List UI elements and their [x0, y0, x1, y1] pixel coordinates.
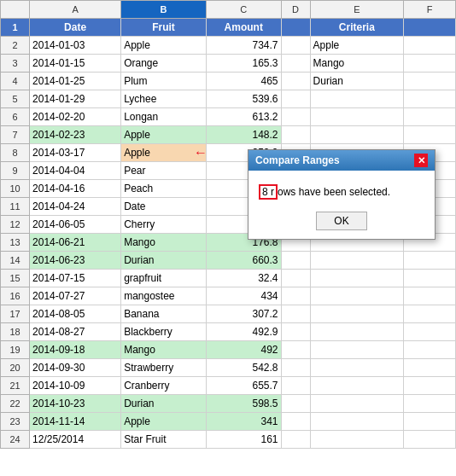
cell-criteria[interactable]: [310, 377, 404, 395]
cell-date[interactable]: 2014-07-15: [30, 270, 121, 287]
cell-date[interactable]: 2014-07-27: [30, 287, 121, 305]
cell-fruit[interactable]: Strawberry: [121, 359, 207, 377]
cell-date[interactable]: 2014-09-18: [30, 341, 121, 359]
table-row[interactable]: 2412/25/2014Star Fruit161: [1, 431, 456, 449]
cell-criteria[interactable]: [310, 395, 404, 413]
table-row[interactable]: 202014-09-30Strawberry542.8: [1, 359, 456, 377]
cell-fruit[interactable]: Apple: [121, 37, 207, 55]
cell-criteria[interactable]: Apple: [310, 37, 404, 55]
col-d-header[interactable]: D: [281, 1, 310, 19]
cell-fruit[interactable]: Peach: [121, 180, 207, 198]
cell-criteria[interactable]: Durian: [310, 73, 404, 90]
cell-date[interactable]: 2014-03-17: [30, 144, 121, 162]
table-row[interactable]: 52014-01-29Lychee539.6: [1, 90, 456, 108]
cell-fruit[interactable]: Longan: [121, 108, 207, 126]
table-row[interactable]: 162014-07-27mangostee434: [1, 287, 456, 305]
cell-fruit[interactable]: Durian: [121, 395, 207, 413]
table-row[interactable]: 152014-07-15grapfruit32.4: [1, 270, 456, 287]
cell-date[interactable]: 2014-08-05: [30, 305, 121, 323]
table-row[interactable]: 62014-02-20Longan613.2: [1, 108, 456, 126]
cell-date[interactable]: 2014-02-23: [30, 126, 121, 144]
cell-criteria[interactable]: [310, 359, 404, 377]
cell-amount[interactable]: 165.3: [206, 55, 281, 73]
cell-fruit[interactable]: Banana: [121, 305, 207, 323]
cell-date[interactable]: 2014-08-27: [30, 323, 121, 341]
cell-fruit[interactable]: Orange: [121, 55, 207, 73]
table-row[interactable]: 232014-11-14Apple341: [1, 413, 456, 431]
table-row[interactable]: 172014-08-05Banana307.2: [1, 305, 456, 323]
cell-criteria[interactable]: [310, 287, 404, 305]
cell-date[interactable]: 2014-02-20: [30, 108, 121, 126]
cell-date[interactable]: 2014-01-15: [30, 55, 121, 73]
cell-fruit[interactable]: Plum: [121, 73, 207, 90]
cell-amount[interactable]: 148.2: [206, 126, 281, 144]
cell-criteria[interactable]: [310, 431, 404, 449]
cell-amount[interactable]: 161: [206, 431, 281, 449]
cell-amount[interactable]: 492.9: [206, 323, 281, 341]
table-row[interactable]: 22014-01-03Apple734.7Apple: [1, 37, 456, 55]
cell-criteria[interactable]: Mango: [310, 55, 404, 73]
cell-criteria[interactable]: [310, 108, 404, 126]
cell-amount[interactable]: 660.3: [206, 252, 281, 270]
cell-date[interactable]: 2014-11-14: [30, 413, 121, 431]
cell-fruit[interactable]: Mango: [121, 341, 207, 359]
cell-criteria[interactable]: [310, 323, 404, 341]
cell-amount[interactable]: 341: [206, 413, 281, 431]
table-row[interactable]: 222014-10-23Durian598.5: [1, 395, 456, 413]
cell-date[interactable]: 2014-01-03: [30, 37, 121, 55]
cell-criteria[interactable]: [310, 252, 404, 270]
cell-date[interactable]: 2014-04-16: [30, 180, 121, 198]
cell-amount[interactable]: 542.8: [206, 359, 281, 377]
cell-amount[interactable]: 32.4: [206, 270, 281, 287]
col-c-header[interactable]: C: [206, 1, 281, 19]
table-row[interactable]: 182014-08-27Blackberry492.9: [1, 323, 456, 341]
cell-fruit[interactable]: mangostee: [121, 287, 207, 305]
cell-amount[interactable]: 539.6: [206, 90, 281, 108]
cell-criteria[interactable]: [310, 305, 404, 323]
cell-fruit[interactable]: Mango: [121, 234, 207, 252]
table-row[interactable]: 32014-01-15Orange165.3Mango: [1, 55, 456, 73]
cell-date[interactable]: 2014-06-21: [30, 234, 121, 252]
table-row[interactable]: 212014-10-09Cranberry655.7: [1, 377, 456, 395]
cell-fruit[interactable]: Pear: [121, 162, 207, 180]
cell-date[interactable]: 2014-06-05: [30, 216, 121, 234]
cell-criteria[interactable]: [310, 126, 404, 144]
col-b-header[interactable]: B: [121, 1, 207, 19]
cell-date[interactable]: 2014-01-25: [30, 73, 121, 90]
cell-amount[interactable]: 492: [206, 341, 281, 359]
cell-fruit[interactable]: Apple: [121, 126, 207, 144]
cell-amount[interactable]: 613.2: [206, 108, 281, 126]
cell-date[interactable]: 2014-09-30: [30, 359, 121, 377]
cell-fruit[interactable]: Apple: [121, 413, 207, 431]
cell-criteria[interactable]: [310, 341, 404, 359]
cell-date[interactable]: 2014-04-04: [30, 162, 121, 180]
dialog-close-button[interactable]: ✕: [414, 154, 428, 167]
col-f-header[interactable]: F: [404, 1, 456, 19]
table-row[interactable]: 192014-09-18Mango492: [1, 341, 456, 359]
cell-amount[interactable]: 655.7: [206, 377, 281, 395]
cell-fruit[interactable]: Durian: [121, 252, 207, 270]
cell-date[interactable]: 2014-04-24: [30, 198, 121, 216]
cell-fruit[interactable]: Apple←: [121, 144, 207, 162]
cell-date[interactable]: 2014-01-29: [30, 90, 121, 108]
table-row[interactable]: 72014-02-23Apple148.2: [1, 126, 456, 144]
col-e-header[interactable]: E: [310, 1, 404, 19]
col-a-header[interactable]: A: [30, 1, 121, 19]
table-row[interactable]: 42014-01-25Plum465Durian: [1, 73, 456, 90]
cell-fruit[interactable]: Lychee: [121, 90, 207, 108]
cell-fruit[interactable]: Blackberry: [121, 323, 207, 341]
cell-fruit[interactable]: Cherry: [121, 216, 207, 234]
cell-amount[interactable]: 465: [206, 73, 281, 90]
cell-fruit[interactable]: Date: [121, 198, 207, 216]
cell-criteria[interactable]: [310, 270, 404, 287]
cell-amount[interactable]: 307.2: [206, 305, 281, 323]
cell-date[interactable]: 12/25/2014: [30, 431, 121, 449]
cell-date[interactable]: 2014-10-09: [30, 377, 121, 395]
cell-date[interactable]: 2014-10-23: [30, 395, 121, 413]
cell-amount[interactable]: 734.7: [206, 37, 281, 55]
dialog-ok-button[interactable]: OK: [316, 212, 367, 230]
cell-fruit[interactable]: grapfruit: [121, 270, 207, 287]
cell-criteria[interactable]: [310, 413, 404, 431]
cell-fruit[interactable]: Star Fruit: [121, 431, 207, 449]
cell-amount[interactable]: 434: [206, 287, 281, 305]
